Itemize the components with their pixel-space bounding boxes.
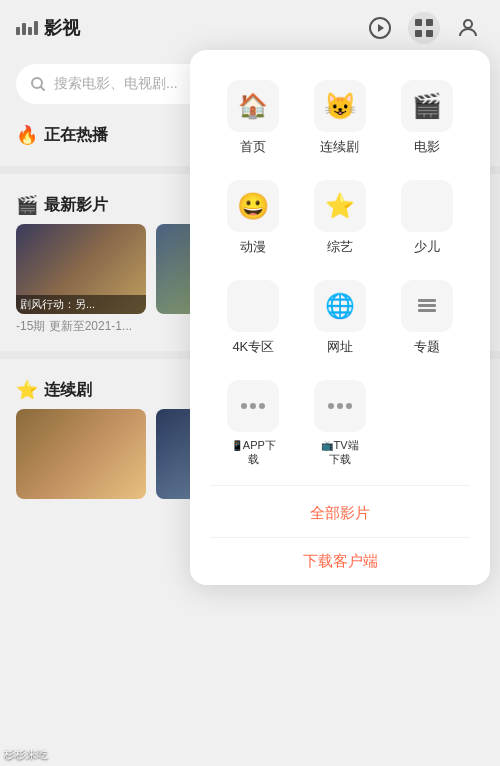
menu-item-anime[interactable]: 😀 动漫 bbox=[210, 170, 297, 270]
grid-icon[interactable] bbox=[408, 12, 440, 44]
movie-icon-box: 🎬 bbox=[401, 80, 453, 132]
topic-icon-box bbox=[401, 280, 453, 332]
movie-title-1: 剧风行动：另... bbox=[16, 295, 146, 314]
svg-marker-1 bbox=[378, 24, 384, 32]
menu-item-url[interactable]: 🌐 网址 bbox=[297, 270, 384, 370]
app-header: 影视 bbox=[0, 0, 500, 56]
logo-title: 影视 bbox=[44, 16, 80, 40]
4k-icon-box bbox=[227, 280, 279, 332]
url-label: 网址 bbox=[327, 338, 353, 356]
menu-item-variety[interactable]: ⭐ 综艺 bbox=[297, 170, 384, 270]
btn-all-movies[interactable]: 全部影片 bbox=[200, 490, 480, 537]
series-icon-box: 😺 bbox=[314, 80, 366, 132]
svg-rect-5 bbox=[426, 30, 433, 37]
movie-ep-1: -15期 更新至2021-1... bbox=[16, 319, 132, 333]
svg-point-6 bbox=[464, 20, 472, 28]
svg-rect-11 bbox=[418, 299, 436, 302]
menu-grid-row4: 📱APP下载 📺TV端下载 bbox=[200, 370, 480, 481]
header-icons bbox=[364, 12, 484, 44]
series-card-1[interactable]: 杉杉来吃 bbox=[16, 409, 146, 499]
menu-item-topic[interactable]: 专题 bbox=[383, 270, 470, 370]
logo: 影视 bbox=[16, 16, 80, 40]
variety-icon: ⭐ bbox=[325, 192, 355, 220]
4k-label: 4K专区 bbox=[232, 338, 274, 356]
menu-divider-1 bbox=[210, 485, 470, 486]
home-icon-box: 🏠 bbox=[227, 80, 279, 132]
menu-item-home[interactable]: 🏠 首页 bbox=[210, 70, 297, 170]
menu-grid-row1: 🏠 首页 😺 连续剧 🎬 电影 bbox=[200, 70, 480, 170]
menu-item-series[interactable]: 😺 连续剧 bbox=[297, 70, 384, 170]
user-icon[interactable] bbox=[452, 12, 484, 44]
anime-label: 动漫 bbox=[240, 238, 266, 256]
svg-rect-10 bbox=[418, 304, 436, 307]
hot-label: 正在热播 bbox=[44, 125, 108, 146]
anime-icon: 😀 bbox=[237, 191, 269, 222]
series-menu-icon: 😺 bbox=[324, 91, 356, 122]
home-label: 首页 bbox=[240, 138, 266, 156]
series-menu-label: 连续剧 bbox=[320, 138, 359, 156]
app-dots-icon bbox=[241, 403, 265, 409]
kids-label: 少儿 bbox=[414, 238, 440, 256]
svg-rect-2 bbox=[415, 19, 422, 26]
logo-bar-3 bbox=[28, 27, 32, 35]
home-icon: 🏠 bbox=[238, 92, 268, 120]
menu-grid-row2: 😀 动漫 ⭐ 综艺 少儿 bbox=[200, 170, 480, 270]
search-icon bbox=[30, 76, 46, 92]
tv-dots-icon bbox=[328, 403, 352, 409]
logo-bar-2 bbox=[22, 23, 26, 35]
latest-label: 最新影片 bbox=[44, 195, 108, 216]
btn-download-client[interactable]: 下载客户端 bbox=[200, 538, 480, 585]
series-icon: ⭐ bbox=[16, 379, 38, 401]
svg-rect-4 bbox=[415, 30, 422, 37]
play-circle-icon[interactable] bbox=[364, 12, 396, 44]
menu-item-4k[interactable]: 4K专区 bbox=[210, 270, 297, 370]
latest-icon: 🎬 bbox=[16, 194, 38, 216]
menu-item-app-download[interactable]: 📱APP下载 bbox=[210, 370, 297, 481]
svg-line-8 bbox=[41, 87, 45, 91]
hot-icon: 🔥 bbox=[16, 124, 38, 146]
menu-bottom-buttons: 全部影片 下载客户端 bbox=[200, 490, 480, 585]
movie-menu-icon: 🎬 bbox=[412, 92, 442, 120]
topic-label: 专题 bbox=[414, 338, 440, 356]
app-download-label: 📱APP下载 bbox=[231, 438, 276, 467]
svg-rect-3 bbox=[426, 19, 433, 26]
anime-icon-box: 😀 bbox=[227, 180, 279, 232]
menu-grid-row3: 4K专区 🌐 网址 专题 bbox=[200, 270, 480, 370]
logo-bar-4 bbox=[34, 21, 38, 35]
kids-icon-box bbox=[401, 180, 453, 232]
svg-rect-9 bbox=[418, 309, 436, 312]
movie-menu-label: 电影 bbox=[414, 138, 440, 156]
menu-item-tv-download[interactable]: 📺TV端下载 bbox=[297, 370, 384, 481]
variety-icon-box: ⭐ bbox=[314, 180, 366, 232]
dropdown-menu: 🏠 首页 😺 连续剧 🎬 电影 😀 动漫 ⭐ bbox=[190, 50, 490, 585]
movie-card-1[interactable]: 剧风行动：另... bbox=[16, 224, 146, 314]
url-icon: 🌐 bbox=[325, 292, 355, 320]
menu-item-kids[interactable]: 少儿 bbox=[383, 170, 470, 270]
logo-bars bbox=[16, 21, 38, 35]
app-label-prefix: 📱 bbox=[231, 440, 243, 451]
topic-icon bbox=[414, 293, 440, 319]
tv-download-label: 📺TV端下载 bbox=[321, 438, 358, 467]
variety-label: 综艺 bbox=[327, 238, 353, 256]
tv-label-prefix: 📺 bbox=[321, 440, 333, 451]
series-label: 连续剧 bbox=[44, 380, 92, 401]
app-download-icon-box bbox=[227, 380, 279, 432]
logo-bar-1 bbox=[16, 27, 20, 35]
url-icon-box: 🌐 bbox=[314, 280, 366, 332]
menu-item-movie[interactable]: 🎬 电影 bbox=[383, 70, 470, 170]
tv-download-icon-box bbox=[314, 380, 366, 432]
